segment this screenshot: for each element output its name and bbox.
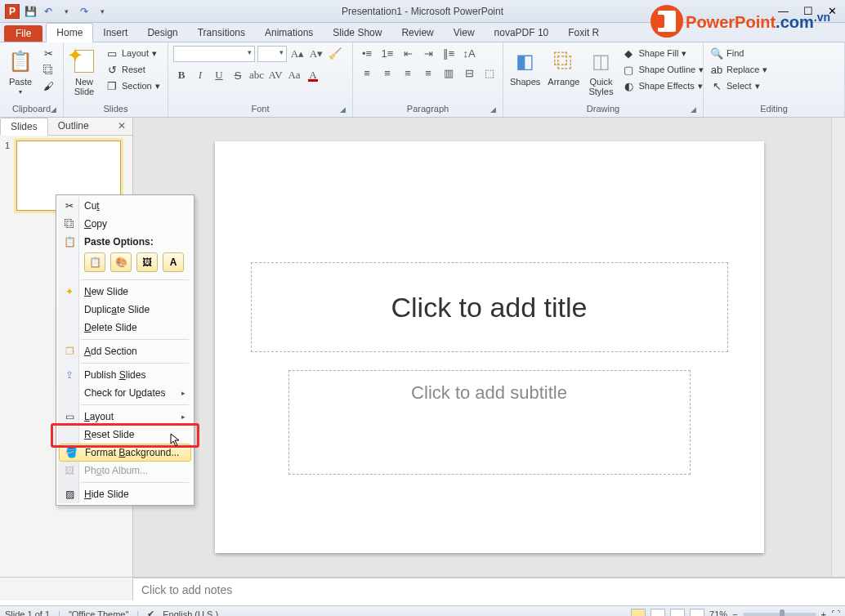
select-button[interactable]: ↖Select ▾ [709, 78, 769, 93]
font-family-combo[interactable] [173, 46, 255, 62]
bold-button[interactable]: B [173, 67, 190, 83]
tab-novapdf[interactable]: novaPDF 10 [485, 24, 559, 42]
spell-check-icon[interactable]: ✔ [147, 609, 154, 616]
tab-insert[interactable]: Insert [93, 24, 137, 42]
outline-tab[interactable]: Outline [48, 118, 99, 135]
align-text-button[interactable]: ⊟ [460, 65, 478, 80]
sorter-view-button[interactable] [651, 609, 665, 617]
ctx-cut[interactable]: ✂Cut [58, 197, 192, 215]
tab-review[interactable]: Review [391, 24, 443, 42]
format-painter-button[interactable]: 🖌 [40, 78, 56, 93]
paste-opt-source[interactable]: 🎨 [110, 252, 132, 272]
inc-indent-button[interactable]: ⇥ [419, 46, 437, 60]
tab-transitions[interactable]: Transitions [188, 24, 255, 42]
numbering-button[interactable]: 1≡ [378, 46, 396, 60]
reset-button[interactable]: ↺Reset [104, 62, 162, 77]
cut-icon: ✂ [42, 47, 55, 60]
paste-opt-text[interactable]: A [163, 252, 184, 272]
ctx-duplicate-slide[interactable]: Duplicate Slide [58, 301, 192, 319]
notes-pane[interactable]: Click to add notes [133, 578, 845, 605]
undo-icon[interactable]: ↶ [41, 4, 56, 19]
new-slide-label: New Slide [74, 77, 94, 96]
shapes-button[interactable]: ◧Shapes [508, 46, 542, 88]
ctx-hide-slide[interactable]: ▨Hide Slide [58, 485, 192, 503]
shrink-font-button[interactable]: A▾ [308, 46, 324, 62]
new-slide-button[interactable]: ✦ New Slide [69, 46, 100, 98]
italic-button[interactable]: I [192, 67, 208, 83]
ctx-publish-slides[interactable]: ⇪Publish Slides [58, 366, 192, 384]
tab-foxit[interactable]: Foxit R [558, 24, 609, 42]
ctx-check-updates[interactable]: Check for Updates▸ [58, 384, 192, 402]
vertical-scrollbar[interactable] [831, 118, 845, 577]
ctx-layout[interactable]: ▭Layout▸ [58, 408, 192, 426]
ctx-photo-album: 🖼Photo Album... [58, 462, 192, 480]
arrange-button[interactable]: ⿻Arrange [546, 46, 581, 88]
cut-button[interactable]: ✂ [40, 46, 56, 60]
dec-indent-button[interactable]: ⇤ [399, 46, 417, 60]
language-status[interactable]: English (U.S.) [163, 609, 218, 617]
slide-canvas[interactable]: Click to add title Click to add subtitle [215, 141, 764, 553]
shape-fill-button[interactable]: ◆Shape Fill ▾ [620, 46, 705, 60]
outline-icon: ▢ [622, 63, 635, 76]
reading-view-button[interactable] [670, 609, 685, 617]
tab-view[interactable]: View [444, 24, 485, 42]
bullets-button[interactable]: •≡ [358, 46, 376, 60]
tab-file[interactable]: File [4, 25, 42, 42]
tab-slideshow[interactable]: Slide Show [323, 24, 391, 42]
paste-icon: 📋 [7, 47, 34, 75]
align-left-button[interactable]: ≡ [358, 65, 376, 80]
copy-button[interactable]: ⿻ [40, 62, 56, 77]
zoom-out-button[interactable]: − [732, 609, 737, 617]
columns-button[interactable]: ▥ [440, 65, 458, 80]
quick-styles-button[interactable]: ◫Quick Styles [585, 46, 616, 98]
paste-button[interactable]: 📋 Paste ▾ [5, 46, 36, 97]
align-right-button[interactable]: ≡ [399, 65, 417, 80]
clear-format-button[interactable]: 🧹 [327, 46, 343, 62]
slideshow-view-button[interactable] [690, 609, 704, 617]
char-spacing-button[interactable]: AV [267, 67, 284, 83]
shadow-button[interactable]: abc [248, 67, 265, 83]
tab-home[interactable]: Home [46, 23, 93, 42]
align-center-button[interactable]: ≡ [378, 65, 396, 80]
fit-window-button[interactable]: ⛶ [831, 609, 840, 617]
layout-button[interactable]: ▭Layout ▾ [104, 46, 162, 60]
paste-opt-picture[interactable]: 🖼 [136, 252, 158, 272]
qat-dropdown-icon[interactable]: ▾ [59, 4, 74, 19]
smartart-button[interactable]: ⬚ [481, 65, 499, 80]
tab-design[interactable]: Design [137, 24, 187, 42]
change-case-button[interactable]: Aa [286, 67, 302, 83]
paste-opt-dest[interactable]: 📋 [84, 252, 105, 272]
justify-button[interactable]: ≡ [419, 65, 437, 80]
effects-icon: ◐ [622, 79, 635, 92]
line-spacing-button[interactable]: ‖≡ [440, 46, 458, 60]
shape-effects-button[interactable]: ◐Shape Effects ▾ [620, 78, 705, 93]
replace-button[interactable]: abReplace ▾ [709, 62, 769, 77]
find-button[interactable]: 🔍Find [709, 46, 769, 60]
text-direction-button[interactable]: ↕A [460, 46, 478, 60]
redo-icon[interactable]: ↷ [77, 4, 92, 19]
pane-close-button[interactable]: ✕ [111, 118, 132, 135]
ctx-new-slide[interactable]: ✦New Slide [58, 283, 192, 301]
ctx-copy[interactable]: ⿻Copy [58, 215, 192, 233]
paste-icon: 📋 [63, 235, 76, 248]
section-button[interactable]: ❐Section ▾ [104, 78, 162, 93]
zoom-in-button[interactable]: + [821, 609, 826, 617]
qat-customize-icon[interactable]: ▾ [95, 4, 110, 19]
normal-view-button[interactable] [631, 609, 646, 617]
slides-tab[interactable]: Slides [0, 118, 48, 136]
strike-button[interactable]: S [230, 67, 246, 83]
cut-icon: ✂ [63, 199, 76, 212]
font-size-combo[interactable] [257, 46, 287, 62]
zoom-slider[interactable] [743, 613, 816, 616]
underline-button[interactable]: U [211, 67, 227, 83]
ctx-add-section[interactable]: ❐Add Section [58, 342, 192, 360]
grow-font-button[interactable]: A▴ [289, 46, 306, 62]
subtitle-placeholder[interactable]: Click to add subtitle [288, 370, 691, 475]
shape-outline-button[interactable]: ▢Shape Outline ▾ [620, 62, 705, 77]
ctx-delete-slide[interactable]: Delete Slide [58, 319, 192, 337]
tab-animations[interactable]: Animations [255, 24, 323, 42]
title-placeholder[interactable]: Click to add title [251, 262, 728, 352]
save-icon[interactable]: 💾 [23, 4, 38, 19]
font-color-button[interactable]: A [305, 67, 321, 83]
zoom-level[interactable]: 71% [709, 609, 727, 617]
